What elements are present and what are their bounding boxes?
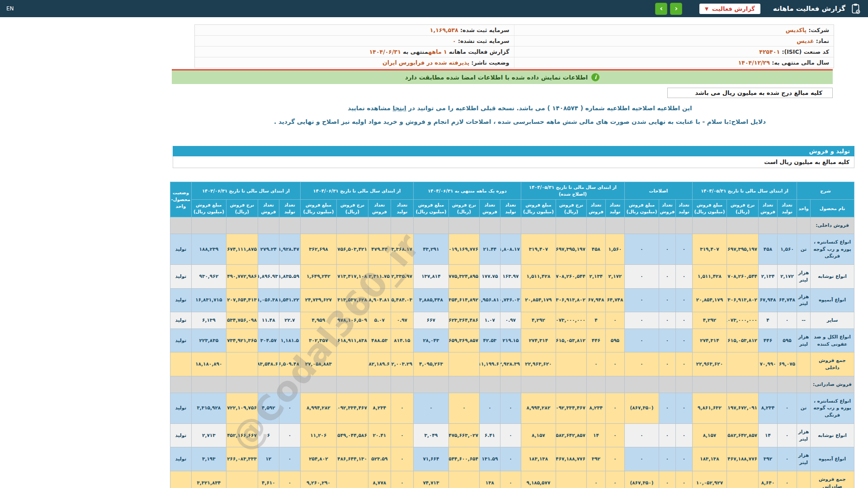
unit-cell: -- xyxy=(797,312,810,329)
value-cell: ۱,۵۶۰ xyxy=(605,234,624,264)
status-cell: تولید xyxy=(170,393,191,423)
production-table-body: فروش داخلی:انواع کنسانتره ، پوره و رب گو… xyxy=(170,217,854,488)
info-value: ۱۴۰۴/۰۶/۳۱ xyxy=(369,48,401,55)
value-cell: ۶۹,۰۷۵ xyxy=(777,352,797,376)
value-cell: ۴,۲۹۲ xyxy=(692,312,726,329)
column-header: مبلغ فروش (میلیون ریال) xyxy=(300,200,336,217)
info-cell: شرکت: پاکدیس xyxy=(514,25,834,35)
column-header: مبلغ فروش (میلیون ریال) xyxy=(692,200,726,217)
column-header: مبلغ فروش (میلیون ریال) xyxy=(413,200,448,217)
value-cell: ۴۵۸ xyxy=(758,234,777,264)
info-label: منتهی به xyxy=(401,48,428,55)
value-cell: ۴۶۷,۱۸۸,۷۷۶ xyxy=(726,447,758,471)
column-header: از ابتدای سال مالی تا تاریخ ۱۴۰۴/۰۵/۳۱ xyxy=(692,182,797,200)
status-cell: تولید xyxy=(170,265,191,289)
column-header: از ابتدای سال مالی تا تاریخ ۱۴۰۴/۰۶/۳۱ xyxy=(300,182,413,200)
value-cell: ۷۲۲,۱۰۹,۷۵۶ xyxy=(226,393,258,423)
value-cell: ۲۵۴,۸۰۲ xyxy=(300,447,336,471)
previous-version-link[interactable]: اینجا xyxy=(393,104,406,112)
value-cell: ۱۸۸,۲۳۹ xyxy=(191,234,226,264)
value-cell: ۸۱,۵۴۱.۲۲ xyxy=(279,288,300,312)
value-cell: ۸,۲۳۴ xyxy=(758,393,777,423)
value-cell: ۶۵۹,۳۶۹,۸۵۷ xyxy=(448,328,479,352)
table-cell xyxy=(500,376,521,393)
value-cell: ۸۶,۵۰۹.۴۸ xyxy=(279,352,300,376)
table-cell xyxy=(758,376,777,393)
table-cell xyxy=(279,376,300,393)
value-cell: ۷۰۸,۲۶۰,۵۴۴ xyxy=(726,265,758,289)
value-cell: ۲,۱۳۴ xyxy=(586,265,605,289)
value-cell: ۶۷,۹۴۸ xyxy=(758,288,777,312)
value-cell: ۲۷,۰۵۸,۸۸۳ xyxy=(300,352,336,376)
next-report-button[interactable]: › xyxy=(655,3,667,15)
value-cell xyxy=(726,471,758,488)
value-cell: ۵۲۳.۵۹ xyxy=(368,447,391,471)
value-cell: ۴ xyxy=(758,312,777,329)
value-cell: ۲۱.۴۴ xyxy=(479,234,500,264)
column-header: مبلغ فروش (میلیون ریال) xyxy=(624,200,659,217)
value-cell: ۲۰.۴۱ xyxy=(368,423,391,447)
value-cell: ۴,۲۹۲ xyxy=(521,312,556,329)
value-cell: ۰ xyxy=(675,447,692,471)
value-cell: ۱,۰۹۲,۳۳۴,۴۶۷ xyxy=(336,393,368,423)
table-cell xyxy=(258,376,279,393)
value-cell: ۳۰۶,۹۱۳,۸۰۲ xyxy=(556,288,586,312)
info-label: کد صنعت (ISIC): xyxy=(780,48,829,55)
status-cell: تولید xyxy=(170,288,191,312)
value-cell: ۵.۰۷ xyxy=(368,312,391,329)
value-cell: ۴۵۸ xyxy=(586,234,605,264)
table-cell xyxy=(479,376,500,393)
report-type-dropdown[interactable]: گزارش فعالیت ▼ xyxy=(699,4,760,14)
value-cell: ۴۶۷,۱۸۸,۷۷۶ xyxy=(556,447,586,471)
table-cell xyxy=(605,217,624,234)
value-cell: ۰ xyxy=(624,234,659,264)
value-cell: ۰ xyxy=(659,265,675,289)
value-cell: ۲۰۷,۶۵۴,۴۱۳ xyxy=(226,288,258,312)
value-cell: ۴۸۶,۶۴۴,۱۳۰ xyxy=(336,447,368,471)
value-cell: ۰ xyxy=(605,393,624,423)
value-cell: ۱,۹۲۸.۴۷ xyxy=(279,234,300,264)
value-cell: ۰ xyxy=(448,393,479,423)
value-cell: ۳,۳۶۸.۱۷ xyxy=(391,234,413,264)
prev-report-button[interactable]: ‹ xyxy=(670,3,682,15)
value-cell: ۰ xyxy=(605,423,624,447)
value-cell: ۸,۷۷۸ xyxy=(368,471,391,488)
value-cell: ۰ xyxy=(479,393,500,423)
value-cell: ۸۱,۰۵۶.۳۸ xyxy=(258,288,279,312)
value-cell: ۷۵,۴۸۴.۰۳ xyxy=(391,288,413,312)
table-cell xyxy=(605,376,624,393)
product-name-cell: انواع نوشابه xyxy=(811,423,854,447)
value-cell: ۱۴ xyxy=(758,423,777,447)
value-cell: ۸,۹۹۴,۲۸۲ xyxy=(521,393,556,423)
value-cell: ۰ xyxy=(500,393,521,423)
value-cell: ۱۱.۴۸ xyxy=(258,312,279,329)
value-cell: ۰.۹۷ xyxy=(500,312,521,329)
table-cell xyxy=(226,217,258,234)
language-toggle[interactable]: EN xyxy=(6,5,14,12)
correction-notice-text: این اطلاعیه اصلاحیه اطلاعیه شماره ( ۱۴۰۸… xyxy=(406,104,692,112)
value-cell xyxy=(226,471,258,488)
value-cell: ۰ xyxy=(624,265,659,289)
value-cell: ۶۶۷ xyxy=(413,312,448,329)
value-cell: ۶۱۸,۹۱۱,۸۳۸ xyxy=(336,328,368,352)
report-type-label: گزارش فعالیت xyxy=(712,5,755,12)
value-cell: ۰ xyxy=(500,447,521,471)
product-name-cell: انواع نوشابه xyxy=(811,265,854,289)
value-cell: ۱,۸۹۶.۹۳ xyxy=(258,265,279,289)
table-cell xyxy=(170,217,191,234)
value-cell: ۰ xyxy=(659,423,675,447)
info-label: سرمایه ثبت شده: xyxy=(458,27,509,33)
value-cell: ۰ xyxy=(777,312,797,329)
table-cell xyxy=(448,376,479,393)
value-cell: ۰ xyxy=(659,234,675,264)
value-cell: ۰ xyxy=(605,312,624,329)
value-cell: ۳۵۴,۶۱۴,۸۹۲ xyxy=(448,288,479,312)
value-cell: ۶۴,۷۴۸ xyxy=(605,288,624,312)
unit-cell: هزار لیتر xyxy=(797,447,810,471)
column-header: وضعیت محصول-واحد xyxy=(170,182,191,217)
column-header: تعداد تولید xyxy=(279,200,300,217)
value-cell: ۴,۰۹۵,۲۶۳ xyxy=(413,352,448,376)
value-cell: ۸۱۴.۱۵ xyxy=(391,328,413,352)
value-cell xyxy=(336,471,368,488)
table-cell xyxy=(777,217,797,234)
